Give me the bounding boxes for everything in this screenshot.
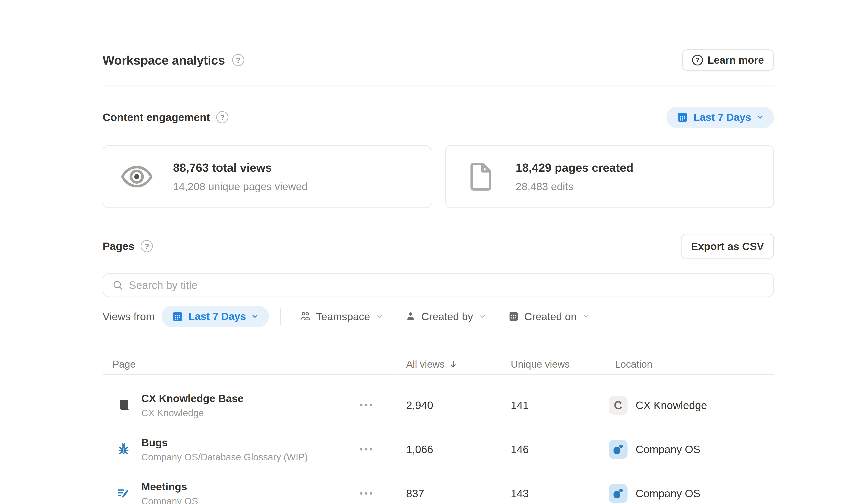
chevron-down-icon <box>583 313 590 320</box>
help-icon[interactable]: ? <box>216 111 228 123</box>
calendar-icon <box>508 311 519 322</box>
table-row[interactable]: CX Knowledge Base CX Knowledge 2,940 141… <box>103 383 774 427</box>
pages-section-header: Pages ? Export as CSV <box>103 234 774 259</box>
table-row[interactable]: Meetings Company OS 837 143 <box>103 471 774 504</box>
search-input[interactable] <box>129 279 765 291</box>
page-header: Workspace analytics ? ? Learn more <box>103 49 774 71</box>
page-link[interactable]: CX Knowledge Base <box>141 392 243 405</box>
location-label: Company OS <box>636 487 700 500</box>
all-views-value: 1,066 <box>394 443 511 456</box>
created-by-filter[interactable]: Created by <box>405 310 486 323</box>
date-range-dropdown[interactable]: Last 7 Days <box>667 107 774 128</box>
learn-more-label: Learn more <box>707 54 764 66</box>
eye-icon <box>120 160 154 193</box>
created-on-filter[interactable]: Created on <box>508 310 590 323</box>
pages-table: Page All views Unique views Location <box>103 355 774 504</box>
page-title: Workspace analytics <box>103 53 225 68</box>
people-icon <box>299 311 311 322</box>
page-location-path: Company OS/Database Glossary (WIP) <box>141 452 308 463</box>
location-cell: C CX Knowledge <box>609 396 774 415</box>
created-by-filter-label: Created by <box>421 310 473 323</box>
content-engagement-title-group: Content engagement ? <box>103 111 228 123</box>
table-body: CX Knowledge Base CX Knowledge 2,940 141… <box>103 375 774 504</box>
help-icon[interactable]: ? <box>232 54 244 66</box>
page-icon <box>463 160 496 193</box>
page-title-group: Workspace analytics ? <box>103 53 244 68</box>
total-views-text: 88,763 total views 14,208 unique pages v… <box>173 161 308 193</box>
pages-created-text: 18,429 pages created 28,483 edits <box>516 161 633 193</box>
chevron-down-icon <box>479 313 486 320</box>
bug-icon <box>117 442 131 456</box>
pages-created-value: 18,429 pages created <box>516 161 633 175</box>
column-header-location: Location <box>609 359 774 370</box>
all-views-value: 2,940 <box>394 399 511 411</box>
location-label: Company OS <box>636 443 700 456</box>
views-from-date-dropdown[interactable]: Last 7 Days <box>161 306 269 327</box>
company-os-logo <box>612 487 625 500</box>
ellipsis-icon <box>359 402 373 409</box>
column-header-unique-views: Unique views <box>511 359 609 370</box>
pages-title: Pages <box>103 240 134 252</box>
metric-cards: 88,763 total views 14,208 unique pages v… <box>103 145 774 208</box>
filter-separator <box>280 308 281 325</box>
row-menu-button[interactable] <box>356 442 376 457</box>
chevron-down-icon <box>376 313 383 320</box>
date-range-label: Last 7 Days <box>694 111 751 123</box>
teamspace-filter-label: Teamspace <box>316 310 370 323</box>
chevron-down-icon <box>756 113 764 121</box>
table-column-divider <box>394 355 394 504</box>
unique-views-value: 143 <box>511 487 609 500</box>
views-from-label: Views from <box>103 310 155 323</box>
page-link[interactable]: Bugs <box>141 436 308 449</box>
views-from-date-label: Last 7 Days <box>189 310 246 322</box>
chevron-down-icon <box>251 312 259 320</box>
content-engagement-title: Content engagement <box>103 111 210 123</box>
page-location-path: CX Knowledge <box>141 408 243 419</box>
pages-created-card: 18,429 pages created 28,483 edits <box>445 145 774 208</box>
header-divider <box>103 85 774 86</box>
teamspace-filter[interactable]: Teamspace <box>299 310 383 323</box>
meetings-icon <box>117 487 131 501</box>
calendar-icon <box>676 111 688 123</box>
edits-value: 28,483 edits <box>516 180 633 193</box>
page-location-path: Company OS <box>141 496 198 504</box>
book-icon <box>117 398 131 412</box>
unique-views-value: 141 <box>511 399 609 411</box>
search-bar <box>103 273 774 297</box>
workspace-analytics-page: Workspace analytics ? ? Learn more Conte… <box>103 0 774 504</box>
location-cell: Company OS <box>609 484 774 503</box>
ellipsis-icon <box>359 490 373 497</box>
pages-title-group: Pages ? <box>103 240 153 252</box>
teamspace-badge <box>609 484 627 503</box>
location-label: CX Knowledge <box>636 399 707 411</box>
calendar-icon <box>171 310 184 322</box>
ellipsis-icon <box>359 446 373 453</box>
unique-pages-viewed-value: 14,208 unique pages viewed <box>173 180 308 193</box>
sort-desc-icon <box>448 359 458 369</box>
all-views-value: 837 <box>394 487 511 500</box>
row-menu-button[interactable] <box>356 397 376 413</box>
page-link[interactable]: Meetings <box>141 480 198 493</box>
teamspace-badge: C <box>609 396 627 415</box>
filter-bar: Views from Last 7 Days Teamspace <box>103 305 774 327</box>
help-icon[interactable]: ? <box>141 240 153 252</box>
table-row[interactable]: Bugs Company OS/Database Glossary (WIP) … <box>103 427 774 471</box>
created-on-filter-label: Created on <box>525 310 577 323</box>
location-cell: Company OS <box>609 440 774 459</box>
table-header-row: Page All views Unique views Location <box>103 355 774 375</box>
row-menu-button[interactable] <box>356 485 376 501</box>
person-icon <box>405 311 417 322</box>
column-header-page: Page <box>103 359 394 370</box>
total-views-card: 88,763 total views 14,208 unique pages v… <box>103 145 431 208</box>
question-circle-icon: ? <box>692 55 703 65</box>
export-csv-label: Export as CSV <box>691 240 764 252</box>
unique-views-value: 146 <box>511 443 609 456</box>
teamspace-badge <box>609 440 627 459</box>
company-os-logo <box>612 443 625 456</box>
content-engagement-header: Content engagement ? Last 7 Days <box>103 106 774 128</box>
search-icon <box>112 279 123 291</box>
column-header-all-views[interactable]: All views <box>394 359 511 370</box>
learn-more-button[interactable]: ? Learn more <box>682 49 774 71</box>
export-csv-button[interactable]: Export as CSV <box>681 234 774 259</box>
total-views-value: 88,763 total views <box>173 161 308 175</box>
